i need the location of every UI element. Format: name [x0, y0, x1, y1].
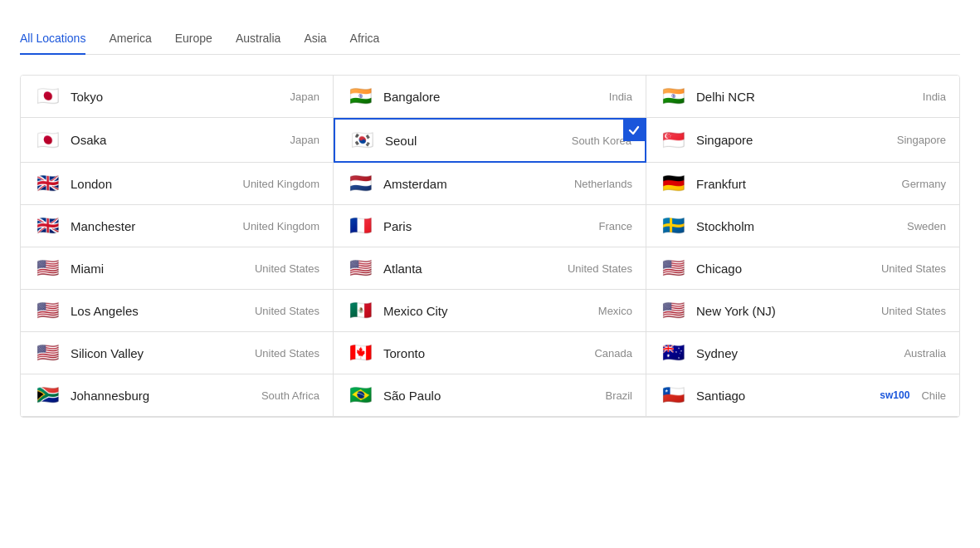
flag-icon: 🇨🇦: [347, 344, 373, 362]
country-name: Brazil: [605, 389, 632, 402]
city-name: Amsterdam: [383, 177, 568, 191]
flag-icon: 🇬🇧: [34, 174, 61, 193]
country-name: Netherlands: [574, 178, 632, 190]
country-name: United States: [881, 262, 946, 275]
location-item[interactable]: 🇯🇵OsakaJapan: [21, 118, 334, 163]
location-item[interactable]: 🇲🇽Mexico CityMexico: [334, 290, 646, 332]
flag-icon: 🇨🇱: [660, 386, 686, 404]
selected-check-icon: [623, 120, 645, 141]
country-name: Mexico: [598, 305, 632, 317]
location-item[interactable]: 🇯🇵TokyoJapan: [21, 76, 334, 118]
flag-icon: 🇫🇷: [347, 217, 373, 235]
tab-asia[interactable]: Asia: [304, 32, 326, 55]
country-name: Japan: [290, 91, 319, 103]
city-name: Manchester: [71, 219, 236, 233]
flag-icon: 🇺🇸: [660, 301, 686, 320]
flag-icon: 🇬🇧: [34, 217, 61, 235]
flag-icon: 🇯🇵: [34, 87, 61, 105]
city-name: London: [71, 177, 236, 191]
city-name: Paris: [383, 219, 592, 233]
flag-icon: 🇩🇪: [660, 174, 686, 193]
location-item[interactable]: 🇺🇸AtlantaUnited States: [334, 247, 646, 290]
city-name: Bangalore: [383, 90, 602, 104]
flag-icon: 🇰🇷: [349, 131, 375, 149]
location-item[interactable]: 🇮🇳Delhi NCRIndia: [646, 76, 959, 118]
city-name: Sydney: [696, 346, 897, 360]
city-name: Toronto: [383, 346, 588, 360]
flag-icon: 🇲🇽: [347, 301, 373, 320]
country-name: United States: [255, 347, 319, 360]
country-name: Singapore: [897, 134, 946, 146]
flag-icon: 🇮🇳: [660, 87, 686, 105]
country-name: Sweden: [907, 220, 946, 232]
location-item[interactable]: 🇳🇱AmsterdamNetherlands: [334, 163, 646, 205]
location-item[interactable]: 🇺🇸New York (NJ)United States: [646, 290, 959, 332]
flag-icon: 🇿🇦: [34, 386, 61, 404]
city-name: Miami: [71, 262, 248, 276]
location-item[interactable]: 🇺🇸Los AngelesUnited States: [21, 290, 334, 332]
flag-icon: 🇺🇸: [347, 259, 373, 277]
tab-bar: All LocationsAmericaEuropeAustraliaAsiaA…: [20, 32, 960, 55]
flag-icon: 🇦🇺: [660, 344, 686, 362]
city-name: Delhi NCR: [696, 90, 916, 104]
city-name: Singapore: [696, 133, 890, 147]
location-item[interactable]: 🇨🇱Santiagosw100Chile: [646, 374, 959, 417]
country-name: United Kingdom: [243, 220, 320, 232]
city-name: Chicago: [696, 262, 875, 276]
location-item[interactable]: 🇺🇸MiamiUnited States: [21, 247, 334, 290]
sw100-badge: sw100: [880, 389, 909, 401]
country-name: Canada: [594, 347, 632, 360]
location-item[interactable]: 🇸🇬SingaporeSingapore: [646, 118, 959, 163]
country-name: United States: [568, 262, 632, 275]
country-name: South Africa: [261, 389, 319, 402]
city-name: Stockholm: [696, 219, 900, 233]
city-name: New York (NJ): [696, 304, 875, 318]
country-name: France: [599, 220, 632, 232]
city-name: Osaka: [71, 133, 284, 147]
flag-icon: 🇸🇪: [660, 217, 686, 235]
city-name: Tokyo: [71, 90, 284, 104]
flag-icon: 🇺🇸: [34, 344, 61, 362]
tab-africa[interactable]: Africa: [350, 32, 380, 55]
flag-icon: 🇺🇸: [34, 259, 61, 277]
city-name: Frankfurt: [696, 177, 895, 191]
city-name: Santiago: [696, 389, 880, 403]
city-name: Silicon Valley: [71, 346, 248, 360]
city-name: Los Angeles: [71, 304, 248, 318]
flag-icon: 🇳🇱: [347, 174, 373, 193]
flag-icon: 🇺🇸: [34, 301, 61, 320]
flag-icon: 🇧🇷: [347, 386, 373, 404]
city-name: Atlanta: [383, 262, 561, 276]
location-item[interactable]: 🇰🇷SeoulSouth Korea: [334, 118, 646, 163]
location-item[interactable]: 🇦🇺SydneyAustralia: [646, 332, 959, 374]
city-name: Seoul: [385, 134, 565, 148]
tab-europe[interactable]: Europe: [175, 32, 212, 55]
location-grid: 🇯🇵TokyoJapan🇮🇳BangaloreIndia🇮🇳Delhi NCRI…: [20, 75, 960, 418]
location-item[interactable]: 🇺🇸ChicagoUnited States: [646, 247, 959, 290]
country-name: Chile: [921, 389, 946, 402]
location-item[interactable]: 🇧🇷São PauloBrazil: [334, 374, 646, 417]
country-name: Japan: [290, 134, 319, 146]
tab-all-locations[interactable]: All Locations: [20, 32, 85, 55]
flag-icon: 🇸🇬: [660, 131, 686, 149]
flag-icon: 🇯🇵: [34, 131, 61, 149]
city-name: Mexico City: [383, 304, 592, 318]
location-item[interactable]: 🇬🇧LondonUnited Kingdom: [21, 163, 334, 205]
location-item[interactable]: 🇩🇪FrankfurtGermany: [646, 163, 959, 205]
flag-icon: 🇺🇸: [660, 259, 686, 277]
country-name: Germany: [902, 178, 946, 190]
location-item[interactable]: 🇮🇳BangaloreIndia: [334, 76, 646, 118]
country-name: United Kingdom: [243, 178, 320, 190]
location-item[interactable]: 🇺🇸Silicon ValleyUnited States: [21, 332, 334, 374]
location-item[interactable]: 🇿🇦JohannesburgSouth Africa: [21, 374, 334, 417]
country-name: Australia: [904, 347, 946, 360]
city-name: São Paulo: [383, 389, 598, 403]
location-item[interactable]: 🇨🇦TorontoCanada: [334, 332, 646, 374]
location-item[interactable]: 🇸🇪StockholmSweden: [646, 205, 959, 247]
location-item[interactable]: 🇫🇷ParisFrance: [334, 205, 646, 247]
city-name: Johannesburg: [71, 389, 255, 403]
country-name: India: [923, 91, 946, 103]
tab-australia[interactable]: Australia: [236, 32, 280, 55]
location-item[interactable]: 🇬🇧ManchesterUnited Kingdom: [21, 205, 334, 247]
tab-america[interactable]: America: [109, 32, 151, 55]
